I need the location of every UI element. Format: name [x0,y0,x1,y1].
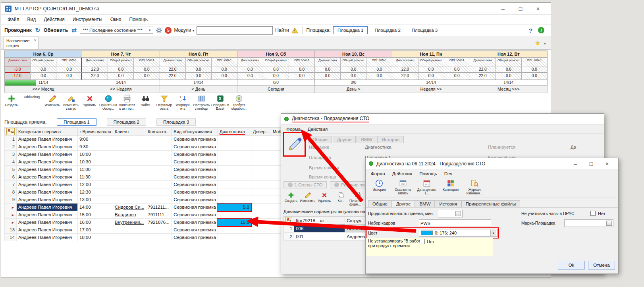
appointment-row[interactable]: ► Андреев Павел Игоревич 14:00 Сидоров С… [5,204,289,211]
dialog2-tab-1[interactable]: Общие [368,200,392,207]
consultant-cell[interactable]: Андреев Павел Игоревич [17,143,78,151]
action-sort[interactable]: 12 Упорядоч ить [174,94,192,111]
refresh-icon[interactable]: ↻ [34,27,41,34]
chevron-down-icon[interactable]: ▾ [544,41,546,46]
action-edit-status[interactable]: Изменить статус [62,94,80,111]
action-accept-service[interactable]: Принять на обслу... [99,94,118,111]
calendar-capacity-cell[interactable]: OPL VW-1 0.0 0.0 [134,58,159,80]
contact-cell[interactable] [146,136,172,143]
contact-cell[interactable] [146,181,172,188]
frames-input[interactable]: PWS [419,219,491,227]
info-icon[interactable]: i [538,27,544,33]
service-cell[interactable]: Сервисная приемка [172,196,218,204]
contact-cell[interactable] [146,188,172,196]
cancel-button[interactable]: Отмена [588,261,615,270]
dover-cell[interactable] [251,211,271,219]
dialog2-tab-5[interactable]: Прикрепленные файлы [461,200,520,207]
appointment-row[interactable]: 3 Андреев Павел Игоревич 10:00 Сервисная… [5,151,289,158]
diagnostics-cell[interactable] [218,166,251,173]
select-all-icon[interactable]: A14 [6,128,15,135]
dover-cell[interactable] [251,158,271,166]
diagnostics-cell[interactable] [218,136,251,143]
contact-cell[interactable] [146,234,172,241]
calendar-nav-2[interactable]: << Неделя [82,86,160,93]
dover-cell[interactable] [251,136,271,143]
dialog2-tab-2[interactable]: Другое [392,200,415,207]
consultant-cell[interactable]: Андреев Павел Игоревич [17,181,78,188]
action-add-debug[interactable]: AddDebug [21,94,43,99]
dialog1-action-4[interactable]: Ко... [333,192,349,207]
consultant-cell[interactable]: Андреев Павел Игоревич [17,196,78,204]
appointment-row[interactable]: 9 Андреев Павел Игоревич 13:00 Сервисная… [5,196,289,204]
reception-site-2[interactable]: Площадка 2 [107,118,146,126]
calendar-capacity-cell[interactable]: Диагностика 22.0 22.0 [470,58,496,80]
dialog1-tab-3[interactable]: BMW [357,136,376,143]
dover-cell[interactable] [251,204,271,211]
diagnostics-cell[interactable] [218,143,251,151]
dialog2-menu-item-1[interactable]: Форма [367,171,389,176]
diagnostics-cell[interactable] [218,234,251,241]
calendar-capacity-cell[interactable]: Общий ремонт 0.0 0.0 [186,58,212,80]
time-cell[interactable]: 18:00 [78,234,113,241]
dialog1-action-3[interactable]: Удалить [316,192,333,207]
dialog1-menu-item-1[interactable]: Форма [283,127,304,132]
service-cell[interactable]: Сервисная приемка [172,158,218,166]
find-button[interactable]: Найти [275,27,289,33]
diagnostics-cell[interactable] [218,173,251,181]
service-cell[interactable]: Сервисная приемка [172,151,218,158]
dialog2-menu-item-4[interactable]: Dev [441,171,456,176]
service-cell[interactable]: Сервисная приемка [172,234,218,241]
diagnostics-cell[interactable] [218,158,251,166]
explorer-button[interactable]: Проводник [4,27,32,33]
calendar-day-4[interactable]: Ноя 9, Сб Диагностика 0.0 0.0 Общий ремо… [237,51,315,86]
consultant-cell[interactable]: Андреев Павел Игоревич [17,158,78,166]
close-icon[interactable]: × [599,159,615,169]
calendar-capacity-cell[interactable]: OPL VW-1 0.0 0.0 [212,58,237,80]
client-cell[interactable] [113,196,146,204]
calendar-capacity-cell[interactable]: OPL VW-1 0.0 0.0 [522,58,547,80]
consultant-cell[interactable]: Андреев Павел Игоревич [17,234,78,241]
client-cell[interactable] [113,151,146,158]
menu-item-1[interactable]: Файл [4,17,23,22]
contact-cell[interactable]: 7911111... [146,211,172,219]
consultant-cell[interactable]: Андреев Павел Игоревич [17,204,78,211]
service-cell[interactable]: Сервисная приемка [172,188,218,196]
menu-item-4[interactable]: Инструменты [69,17,106,22]
diagnostics-cell[interactable] [218,196,251,204]
dialog1-tab-1[interactable]: Общие [308,136,332,143]
calendar-day-7[interactable]: Ноя 12, Вт Диагностика 22.0 22.0 Общий р… [470,51,548,86]
dover-cell[interactable] [251,181,271,188]
appointment-row[interactable]: 4 Андреев Павел Игоревич 10:30 Сервисная… [5,158,289,166]
calendar-nav-7[interactable]: Месяц >>> [470,86,548,93]
appointment-row[interactable]: ► Андреев Павел Игоревич 15:00 Владилен … [5,211,289,219]
client-cell[interactable]: Внутренний... [113,219,146,226]
time-cell[interactable]: 16:00 [78,219,113,226]
dialog2-tab-3[interactable]: BMW [415,200,435,207]
client-link[interactable]: Владилен [115,212,136,217]
mechanic-code-cell[interactable]: 006 [294,225,345,233]
appointment-row[interactable]: 8 Андреев Павел Игоревич 12:30 Сервисная… [5,188,289,196]
client-cell[interactable] [113,143,146,151]
calendar-day-5[interactable]: Ноя 10, Вс Диагностика 0.0 0.0 Общий рем… [315,51,392,86]
gear-icon[interactable] [156,27,162,34]
calendar-day-6[interactable]: Ноя 11, Пн Диагностика 22.0 22.0 Общий р… [392,51,470,86]
calendar-capacity-cell[interactable]: Диагностика 22.0 22.0 [160,58,186,80]
col-client[interactable]: Клиент [113,128,146,136]
col-diagnostics[interactable]: Диагностика [218,128,251,136]
calendar-capacity-cell[interactable]: Диагностика -3.0 17.0 [5,58,31,80]
time-cell[interactable]: 12:00 [78,181,113,188]
dover-cell[interactable] [251,173,271,181]
tab-close-icon[interactable]: × [34,38,37,43]
time-cell[interactable]: 17:00 [78,226,113,234]
consultant-cell[interactable]: Андреев Павел Игоревич [17,136,78,143]
reception-site-1[interactable]: Площадка 1 [57,118,96,126]
corner-header[interactable]: A14 [5,128,17,136]
dover-cell[interactable] [251,188,271,196]
action-create[interactable]: Создать [2,94,21,107]
action-find[interactable]: Найти [136,94,155,107]
prus-checkbox[interactable] [590,211,596,216]
dialog2-action-3[interactable]: Дата динам. з... [415,179,439,197]
diagnostics-cell[interactable] [218,226,251,234]
client-cell[interactable] [113,173,146,181]
dover-cell[interactable] [251,151,271,158]
